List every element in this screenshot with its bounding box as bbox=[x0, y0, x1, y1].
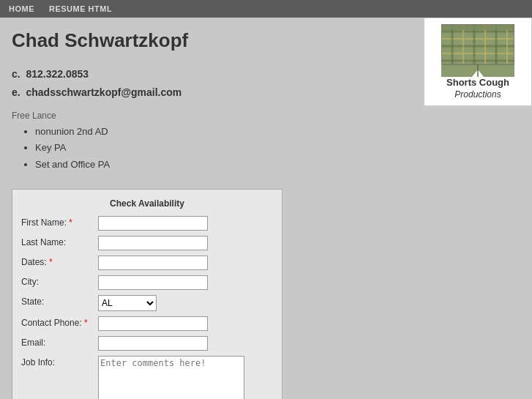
label-city: City: bbox=[21, 275, 98, 287]
availability-form-container: Check Availability First Name: * Last Na… bbox=[12, 189, 282, 399]
select-state[interactable]: ALAKAZARCACOCTDEFLGAHIIDILINIAKSKYLAMEMD… bbox=[98, 295, 157, 311]
form-row-jobinfo: Job Info: bbox=[21, 356, 273, 399]
email-address: chadsschwartzkopf@gmail.com bbox=[26, 86, 181, 98]
nav-resume[interactable]: RESUME HTML bbox=[49, 4, 112, 13]
input-city[interactable] bbox=[98, 275, 208, 290]
svg-rect-12 bbox=[441, 24, 514, 30]
phone-label: c. bbox=[12, 68, 20, 80]
form-row-city: City: bbox=[21, 275, 273, 290]
logo-box: Shorts Cough Productions bbox=[424, 18, 532, 106]
page-wrapper: Shorts Cough Productions Chad Schwartzko… bbox=[0, 18, 532, 399]
form-row-firstname: First Name: * bbox=[21, 216, 273, 231]
input-dates[interactable] bbox=[98, 256, 208, 270]
label-phone: Contact Phone: * bbox=[21, 316, 98, 328]
label-jobinfo: Job Info: bbox=[21, 356, 98, 368]
form-row-lastname: Last Name: bbox=[21, 236, 273, 250]
skills-list: nonunion 2nd AD Key PA Set and Office PA bbox=[12, 124, 520, 172]
label-state: State: bbox=[21, 295, 98, 307]
input-phone[interactable] bbox=[98, 316, 208, 331]
label-lastname: Last Name: bbox=[21, 236, 98, 247]
navbar: HOME RESUME HTML bbox=[0, 0, 532, 18]
freelance-section: Free Lance nonunion 2nd AD Key PA Set an… bbox=[0, 108, 532, 181]
logo-title: Shorts Cough bbox=[430, 77, 525, 89]
phone-number: 812.322.0853 bbox=[26, 68, 89, 80]
input-email[interactable] bbox=[98, 336, 208, 351]
logo-subtitle: Productions bbox=[430, 89, 525, 100]
email-label: e. bbox=[12, 86, 20, 98]
form-row-email: Email: bbox=[21, 336, 273, 351]
skill-1: nonunion 2nd AD bbox=[35, 124, 520, 140]
freelance-label: Free Lance bbox=[12, 111, 520, 121]
shorts-image bbox=[441, 24, 514, 77]
form-row-dates: Dates: * bbox=[21, 256, 273, 270]
input-firstname[interactable] bbox=[98, 216, 208, 231]
label-dates: Dates: * bbox=[21, 256, 98, 267]
form-title: Check Availability bbox=[21, 198, 273, 209]
input-lastname[interactable] bbox=[98, 236, 208, 250]
textarea-jobinfo[interactable] bbox=[98, 356, 244, 399]
required-star-firstname: * bbox=[69, 217, 72, 228]
label-firstname: First Name: * bbox=[21, 216, 98, 228]
form-row-phone: Contact Phone: * bbox=[21, 316, 273, 331]
nav-home[interactable]: HOME bbox=[9, 4, 34, 13]
skill-3: Set and Office PA bbox=[35, 157, 520, 173]
form-row-state: State: ALAKAZARCACOCTDEFLGAHIIDILINIAKSK… bbox=[21, 295, 273, 311]
label-email: Email: bbox=[21, 336, 98, 348]
required-star-phone: * bbox=[84, 318, 88, 328]
required-star-dates: * bbox=[49, 257, 53, 267]
skill-2: Key PA bbox=[35, 140, 520, 156]
